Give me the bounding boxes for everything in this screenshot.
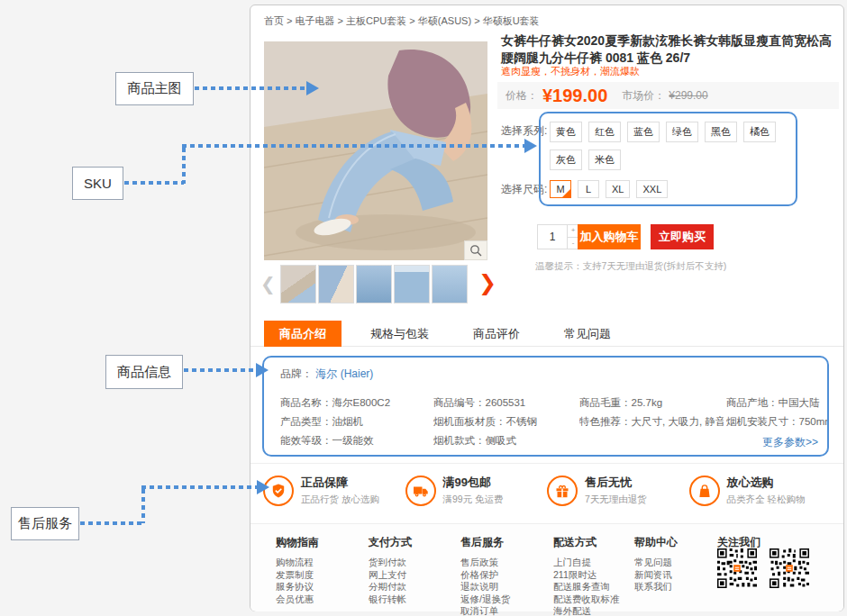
- field-key: 商品毛重：: [579, 397, 632, 408]
- field-value: 大尺寸, 大吸力, 静音...: [632, 416, 724, 427]
- footer-link[interactable]: 发票制度: [276, 569, 319, 582]
- price-value: ¥199.00: [542, 86, 607, 106]
- size-option[interactable]: XXL: [636, 180, 668, 198]
- market-price-label: 市场价：: [622, 88, 665, 104]
- service-genuine: 正品保障 正品行货 放心选购: [263, 475, 405, 506]
- field-value: 油烟机: [332, 416, 364, 427]
- annotation-main-image-label: 商品主图: [115, 72, 194, 105]
- info-field: 特色推荐：大尺寸, 大吸力, 静音...: [579, 412, 724, 431]
- footer-link[interactable]: 211限时达: [553, 569, 620, 582]
- footer-link[interactable]: 退款说明: [460, 581, 510, 593]
- truck-icon: [405, 476, 436, 506]
- footer-link[interactable]: 配送费收取标准: [553, 593, 620, 606]
- size-option[interactable]: XL: [606, 180, 630, 198]
- service-text: 满99包邮 满99元 免运费: [443, 475, 504, 506]
- service-desc: 正品行货 放心选购: [301, 494, 379, 506]
- thumbnail-3[interactable]: [356, 265, 392, 303]
- info-field: 烟机面板材质：不锈钢: [433, 412, 576, 431]
- footer-link[interactable]: 新闻资讯: [634, 569, 678, 582]
- product-page: 首页 > 电子电器 > 主板CPU套装 > 华硕(ASUS) > 华硕板U套装 …: [250, 5, 844, 611]
- breadcrumb[interactable]: 首页 > 电子电器 > 主板CPU套装 > 华硕(ASUS) > 华硕板U套装: [264, 14, 540, 28]
- footer-link[interactable]: 价格保护: [460, 569, 510, 582]
- quantity-input[interactable]: [538, 225, 567, 249]
- size-option-selected[interactable]: M: [550, 180, 571, 198]
- service-title: 正品保障: [301, 475, 379, 491]
- info-column-4: 商品产地：中国大陆 烟机安装尺寸：750mm±50mm (烟...: [726, 394, 827, 431]
- site-footer: 购物指南 购物流程 发票制度 服务协议 会员优惠 支付方式 货到付款 网上支付 …: [250, 523, 843, 611]
- field-value: 中国大陆: [779, 397, 820, 408]
- tab-reviews[interactable]: 商品评价: [458, 321, 535, 347]
- tab-spec-package[interactable]: 规格与包装: [355, 321, 444, 347]
- info-field: 商品产地：中国大陆: [726, 394, 827, 412]
- thumbnail-1[interactable]: [280, 265, 316, 303]
- footer-link[interactable]: 取消订单: [460, 605, 510, 616]
- annotation-text: 商品信息: [117, 364, 171, 381]
- field-key: 烟机面板材质：: [433, 416, 506, 427]
- service-text: 售后无忧 7天无理由退货: [585, 475, 647, 506]
- series-option[interactable]: 黄色: [550, 122, 582, 142]
- info-field: 商品编号：2605531: [433, 394, 576, 412]
- tab-product-intro[interactable]: 商品介绍: [264, 321, 342, 347]
- footer-link[interactable]: 返修/退换货: [460, 593, 510, 606]
- footer-link[interactable]: 联系我们: [634, 581, 678, 593]
- magnifier-icon[interactable]: [464, 240, 487, 260]
- footer-link[interactable]: 网上支付: [369, 569, 412, 582]
- buy-now-button[interactable]: 立即购买: [651, 224, 714, 249]
- series-option[interactable]: 绿色: [666, 122, 698, 142]
- field-key: 能效等级：: [280, 435, 332, 446]
- series-option[interactable]: 黑色: [705, 122, 737, 142]
- thumbnail-5[interactable]: [432, 265, 468, 303]
- footer-col-payment: 支付方式 货到付款 网上支付 分期付款 银行转帐: [369, 535, 412, 605]
- series-option[interactable]: 蓝色: [627, 122, 660, 142]
- field-value: 750mm±50mm (烟...: [799, 416, 828, 427]
- thumbs-prev-icon[interactable]: ❮: [260, 272, 276, 295]
- product-photo-illustration: [264, 41, 487, 260]
- field-value: 不锈钢: [506, 416, 538, 427]
- footer-link[interactable]: 常见问题: [634, 557, 678, 569]
- warm-tip-text: 温馨提示：支持7天无理由退货(拆封后不支持): [535, 260, 726, 273]
- series-option[interactable]: 米色: [588, 149, 621, 170]
- footer-col-title: 配送方式: [553, 535, 620, 550]
- footer-col-shopping-guide: 购物指南 购物流程 发票制度 服务协议 会员优惠: [276, 535, 319, 605]
- annotation-product-info-label: 商品信息: [105, 355, 183, 389]
- footer-link[interactable]: 售后政策: [460, 557, 510, 569]
- footer-link[interactable]: 海外配送: [553, 605, 620, 616]
- footer-link[interactable]: 银行转帐: [369, 593, 412, 606]
- add-to-cart-button[interactable]: 加入购物车: [578, 224, 641, 249]
- footer-link[interactable]: 服务协议: [276, 581, 319, 593]
- footer-link[interactable]: 上门自提: [553, 557, 620, 569]
- arrowhead-after-sale: [257, 480, 269, 494]
- footer-link[interactable]: 会员优惠: [276, 593, 319, 606]
- product-tagline: 遮肉显瘦，不挑身材，潮流爆款: [501, 65, 640, 78]
- footer-link[interactable]: 货到付款: [369, 557, 412, 569]
- brand-link[interactable]: 海尔: [315, 367, 337, 380]
- field-value: 海尔E800C2: [332, 397, 391, 408]
- service-desc: 满99元 免运费: [443, 494, 504, 506]
- series-option[interactable]: 红色: [588, 122, 621, 142]
- size-option[interactable]: L: [578, 180, 599, 198]
- footer-col-delivery: 配送方式 上门自提 211限时达 配送服务查询 配送费收取标准 海外配送: [553, 535, 620, 616]
- footer-col-title: 支付方式: [369, 535, 412, 550]
- arrow-line-after-sale-3: [141, 485, 257, 489]
- brand-link-en[interactable]: (Haier): [341, 367, 374, 380]
- tab-faq[interactable]: 常见问题: [549, 321, 626, 347]
- footer-col-title: 帮助中心: [634, 535, 678, 550]
- footer-link[interactable]: 购物流程: [276, 557, 319, 569]
- field-key: 烟机安装尺寸：: [726, 416, 799, 427]
- product-main-image[interactable]: [264, 41, 487, 260]
- series-option[interactable]: 橘色: [743, 122, 776, 142]
- thumbs-next-icon[interactable]: ❯: [478, 270, 496, 295]
- footer-link[interactable]: 分期付款: [369, 581, 412, 593]
- thumbnail-2[interactable]: [318, 265, 354, 303]
- price-label: 价格：: [505, 88, 538, 104]
- info-column-2: 商品编号：2605531 烟机面板材质：不锈钢 烟机款式：侧吸式: [433, 394, 576, 450]
- product-title: 女裤牛仔裤女2020夏季新款泫雅长裤女韩版显瘦直筒宽松高腰阔腿九分牛仔裤 008…: [501, 32, 838, 67]
- service-text: 放心选购 品类齐全 轻松购物: [727, 475, 806, 506]
- annotation-sku-label: SKU: [72, 167, 123, 200]
- series-option[interactable]: 灰色: [550, 149, 582, 170]
- footer-link[interactable]: 配送服务查询: [553, 581, 620, 593]
- thumbnail-4[interactable]: [394, 265, 430, 303]
- annotation-text: SKU: [84, 176, 112, 191]
- market-price-value: ¥299.00: [669, 89, 707, 102]
- field-value: 2605531: [486, 397, 526, 408]
